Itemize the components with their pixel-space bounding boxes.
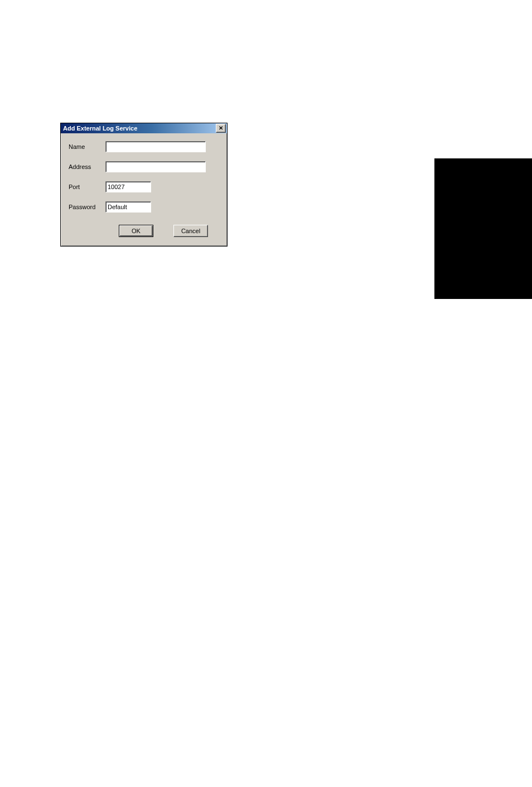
label-address: Address bbox=[69, 163, 105, 170]
port-input[interactable] bbox=[105, 181, 151, 192]
address-input[interactable] bbox=[105, 161, 206, 172]
dialog-title: Add External Log Service bbox=[63, 125, 137, 132]
label-port: Port bbox=[69, 184, 105, 190]
cancel-button[interactable]: Cancel bbox=[173, 225, 208, 237]
ok-button[interactable]: OK bbox=[119, 225, 153, 237]
dialog-body: Name Address Port Password OK Cancel bbox=[61, 133, 227, 246]
row-address: Address bbox=[69, 161, 217, 172]
label-password: Password bbox=[69, 204, 105, 210]
row-port: Port bbox=[69, 181, 217, 192]
add-external-log-service-dialog: Add External Log Service ✕ Name Address … bbox=[60, 123, 228, 247]
close-icon: ✕ bbox=[219, 125, 223, 131]
password-input[interactable] bbox=[105, 201, 151, 213]
label-name: Name bbox=[69, 143, 105, 150]
name-input[interactable] bbox=[105, 141, 206, 152]
dialog-button-row: OK Cancel bbox=[119, 225, 217, 237]
decorative-black-box bbox=[434, 158, 532, 299]
row-name: Name bbox=[69, 141, 217, 152]
dialog-titlebar: Add External Log Service ✕ bbox=[61, 123, 227, 133]
row-password: Password bbox=[69, 201, 217, 213]
close-button[interactable]: ✕ bbox=[216, 124, 226, 133]
